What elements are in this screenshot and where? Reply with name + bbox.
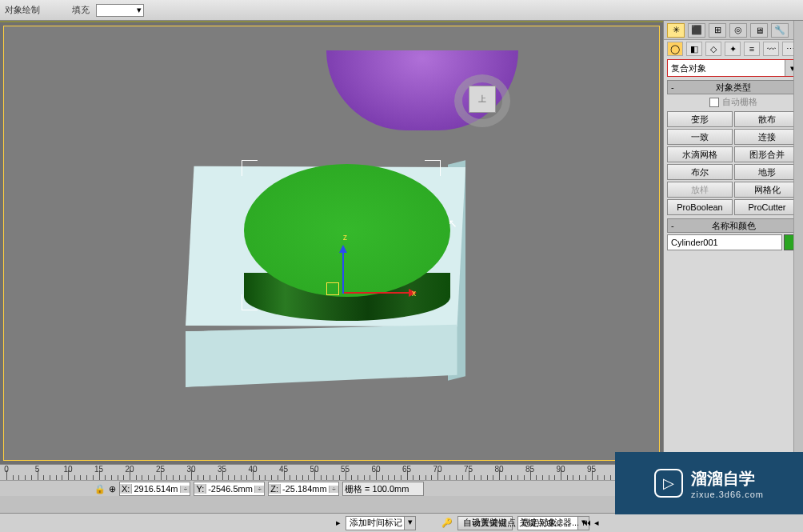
snap-icon[interactable]: ⊕ — [109, 484, 116, 494]
btn-terrain[interactable]: 地形 — [734, 164, 800, 180]
watermark-title: 溜溜自学 — [691, 468, 755, 490]
status-bar: ▸ 添加时间标记▾ 🔑 自动关键点 选定对象▾ — [0, 513, 803, 532]
x-spinner[interactable]: X:2916.514m÷ — [119, 482, 190, 496]
autogrid-row: 自动栅格 — [664, 94, 803, 110]
btn-connect[interactable]: 连接 — [734, 129, 800, 145]
category-value: 复合对象 — [671, 62, 706, 74]
rollout-title: 名称和颜色 — [712, 220, 756, 232]
selection-bracket — [242, 160, 258, 176]
status-row2: 设置关键点 关键点过滤器... ⏮ ◂ — [472, 513, 599, 532]
autogrid-label: 自动栅格 — [722, 96, 757, 108]
rollout-title: 对象类型 — [716, 82, 751, 94]
panel-scroll-gutter[interactable] — [793, 21, 803, 464]
cursor-icon: ↖ — [448, 217, 457, 230]
play-icon: ▷ — [654, 469, 683, 498]
category-dropdown[interactable]: 复合对象 ▾ — [667, 59, 800, 77]
shapes-icon[interactable]: ◧ — [686, 42, 702, 56]
helpers-icon[interactable]: ≡ — [744, 42, 760, 56]
axis-label-x: x — [412, 289, 416, 298]
viewcube-face[interactable]: 上 — [469, 86, 496, 113]
gizmo-origin — [326, 282, 339, 295]
fill-label: 填充 — [72, 4, 90, 16]
tab-display[interactable]: 🖥 — [750, 23, 768, 38]
axis-label-z: z — [343, 233, 347, 242]
main-area: z x 上 ↖ ✳ ⬛ ⊞ ◎ 🖥 🔧 ◯ ◧ ◇ ✦ ≡ 〰 ⋯ — [0, 21, 803, 464]
rollout-object-type[interactable]: - 对象类型 — [667, 80, 800, 94]
grid-readout: 栅格 = 100.0mm — [342, 482, 424, 496]
key-icon[interactable]: 🔑 — [441, 518, 453, 528]
geometry-icon[interactable]: ◯ — [667, 42, 683, 56]
btn-blobmesh[interactable]: 水滴网格 — [667, 146, 733, 162]
minus-icon: - — [671, 82, 674, 92]
autogrid-checkbox[interactable] — [709, 98, 719, 107]
z-spinner[interactable]: Z:-25.184mm÷ — [268, 482, 339, 496]
selection-bracket — [242, 294, 258, 310]
tab-hierarchy[interactable]: ⊞ — [709, 23, 726, 38]
y-spinner[interactable]: Y:-2546.5mm÷ — [194, 482, 265, 496]
gizmo-x-axis[interactable] — [342, 292, 414, 294]
watermark-url: zixue.3d66.com — [691, 490, 764, 499]
command-panel: ✳ ⬛ ⊞ ◎ 🖥 🔧 ◯ ◧ ◇ ✦ ≡ 〰 ⋯ 复合对象 ▾ - 对象类型 … — [663, 21, 803, 464]
top-toolbar: 对象绘制 填充 ▾ — [0, 0, 803, 21]
btn-mesher[interactable]: 网格化 — [734, 182, 800, 198]
minus-icon: - — [671, 221, 674, 230]
btn-shapemerge[interactable]: 图形合并 — [734, 146, 800, 162]
object-type-buttons: 变形 散布 一致 连接 水滴网格 图形合并 布尔 地形 放样 网格化 ProBo… — [664, 110, 803, 217]
lock-icon[interactable]: 🔒 — [94, 484, 106, 494]
fill-combo[interactable]: ▾ — [96, 4, 144, 17]
btn-deform[interactable]: 变形 — [667, 111, 733, 127]
tab-create[interactable]: ✳ — [667, 23, 685, 38]
rollout-name-color[interactable]: - 名称和颜色 — [667, 218, 800, 233]
addtime-combo[interactable]: 添加时间标记▾ — [346, 516, 416, 530]
goto-start-icon[interactable]: ⏮ — [582, 518, 591, 527]
btn-loft[interactable]: 放样 — [667, 182, 733, 198]
gizmo-z-axis[interactable] — [342, 247, 344, 294]
btn-scatter[interactable]: 散布 — [734, 111, 800, 127]
tab-motion[interactable]: ◎ — [729, 23, 747, 38]
watermark: ▷ 溜溜自学 zixue.3d66.com — [615, 452, 803, 514]
name-color-row: Cylinder001 — [664, 233, 803, 252]
tab-modify[interactable]: ⬛ — [688, 23, 705, 38]
btn-proboolean[interactable]: ProBoolean — [667, 199, 733, 215]
btn-procutter[interactable]: ProCutter — [734, 199, 800, 215]
create-subcategory-row: ◯ ◧ ◇ ✦ ≡ 〰 ⋯ — [664, 40, 803, 58]
btn-boolean[interactable]: 布尔 — [667, 164, 733, 180]
tab-utilities[interactable]: 🔧 — [771, 23, 789, 38]
selection-bracket — [425, 160, 441, 176]
viewport-wrap: z x 上 ↖ — [0, 21, 663, 464]
keyfilter-button[interactable]: 关键点过滤器... — [519, 517, 579, 529]
cameras-icon[interactable]: ✦ — [725, 42, 741, 56]
prev-frame-icon[interactable]: ◂ — [594, 518, 599, 528]
tag-icon[interactable]: ▸ — [336, 518, 341, 528]
viewport[interactable]: z x 上 ↖ — [3, 26, 660, 461]
move-gizmo[interactable] — [338, 242, 418, 298]
command-panel-tabs: ✳ ⬛ ⊞ ◎ 🖥 🔧 — [664, 21, 803, 40]
viewcube[interactable]: 上 — [454, 74, 510, 127]
setkey-button[interactable]: 设置关键点 — [472, 517, 516, 529]
lights-icon[interactable]: ◇ — [705, 42, 721, 56]
object-name-input[interactable]: Cylinder001 — [667, 234, 782, 250]
spacewarps-icon[interactable]: 〰 — [763, 42, 779, 56]
btn-conform[interactable]: 一致 — [667, 129, 733, 145]
object-paint-label: 对象绘制 — [5, 4, 40, 16]
